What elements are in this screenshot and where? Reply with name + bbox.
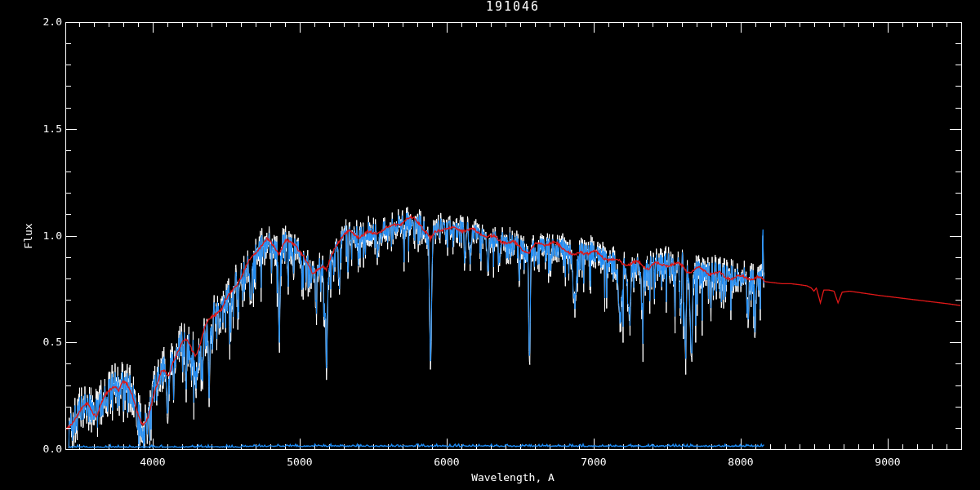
y-tick-label: 0.5 [31,336,62,348]
x-tick-label: 6000 [422,456,471,468]
x-axis-label: Wavelength, A [431,471,595,483]
y-tick-label: 0.0 [31,443,62,455]
plot-title: 191046 [390,1,635,13]
y-tick-label: 2.0 [31,16,62,28]
spectrum-plot-canvas [0,0,980,490]
x-tick-label: 8000 [716,456,765,468]
x-tick-label: 9000 [863,456,912,468]
y-tick-label: 1.0 [31,229,62,242]
x-tick-label: 5000 [275,456,324,468]
spectrum-plot-window: 191046 Wavelength, A Flux 40005000600070… [0,0,980,490]
y-tick-label: 1.5 [31,122,62,135]
x-tick-label: 7000 [569,456,618,468]
x-tick-label: 4000 [128,456,177,468]
